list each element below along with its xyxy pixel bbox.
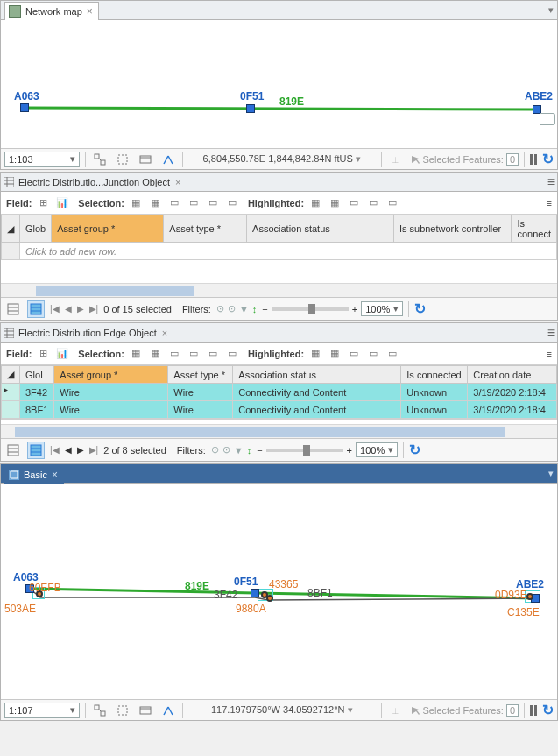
sel-tool-icon[interactable]: ▭	[205, 346, 221, 362]
hl-tool-icon[interactable]: ▦	[307, 195, 323, 211]
sel-tool-icon[interactable]: ▭	[186, 346, 201, 362]
last-button[interactable]: ▶|	[89, 304, 99, 314]
constraint-icon[interactable]: ⟂	[387, 152, 405, 167]
first-button[interactable]: |◀	[50, 304, 60, 314]
tool-icon[interactable]	[114, 152, 131, 167]
cell[interactable]: 3/19/2020 2:18:4	[468, 401, 557, 419]
zoom-value[interactable]: 100%▾	[361, 301, 403, 316]
cell[interactable]: Unknown	[401, 401, 468, 419]
tool-icon[interactable]	[137, 703, 154, 718]
hl-tool-icon[interactable]: ▭	[346, 195, 362, 211]
view-selected-button[interactable]	[27, 442, 45, 459]
col-assettype[interactable]: Asset type *	[164, 215, 247, 243]
cell[interactable]: 3F42	[20, 384, 54, 401]
refresh-button[interactable]: ↻	[414, 300, 426, 317]
menu-icon[interactable]: ≡	[547, 349, 552, 359]
next-button[interactable]: ▶	[77, 304, 84, 314]
col-glob[interactable]: Glob	[20, 215, 52, 243]
hl-tool-icon[interactable]: ▭	[385, 346, 400, 362]
cell[interactable]: 3/19/2020 2:18:4	[468, 384, 557, 401]
tool-icon[interactable]	[159, 152, 177, 167]
field-calc-icon[interactable]: 📊	[54, 346, 70, 362]
zoom-value[interactable]: 100%▾	[356, 442, 398, 457]
hl-tool-icon[interactable]: ▦	[327, 195, 343, 211]
horizontal-scrollbar[interactable]	[1, 283, 557, 297]
sel-tool-icon[interactable]: ▦	[147, 346, 163, 362]
edge-handle-icon[interactable]	[540, 113, 555, 125]
field-add-icon[interactable]: ⊞	[35, 195, 51, 211]
cell[interactable]: Wire	[168, 384, 233, 401]
cell[interactable]: 8BF1	[20, 401, 54, 419]
hl-tool-icon[interactable]: ▭	[365, 195, 381, 211]
view-selected-button[interactable]	[27, 300, 45, 318]
sel-tool-icon[interactable]: ▭	[166, 346, 182, 362]
tool-icon[interactable]	[137, 152, 154, 167]
col-assetgroup[interactable]: Asset group *	[54, 366, 168, 384]
refresh-button[interactable]: ↻	[542, 702, 554, 718]
pause-button[interactable]	[530, 705, 537, 716]
map-canvas[interactable]: A063 0F51 ABE2 819E 3F42 8BF1 60EFB 503A…	[1, 484, 557, 699]
cell[interactable]: Connectivity and Content	[233, 401, 401, 419]
view-all-button[interactable]	[4, 300, 22, 318]
col-assoc[interactable]: Association status	[247, 215, 394, 243]
row-selector-header[interactable]: ◢	[2, 215, 20, 243]
col-subnet[interactable]: Is subnetwork controller	[393, 215, 512, 243]
hl-tool-icon[interactable]: ▦	[327, 346, 343, 362]
tool-icon[interactable]	[91, 152, 109, 167]
scale-input[interactable]: 1:107▾	[4, 703, 80, 718]
col-isconn[interactable]: Is connect	[512, 215, 557, 243]
refresh-button[interactable]: ↻	[409, 442, 420, 458]
sel-tool-icon[interactable]: ▭	[224, 195, 240, 211]
map-canvas[interactable]: A063 0F51 ABE2 819E	[1, 20, 557, 148]
close-icon[interactable]: ×	[52, 470, 58, 480]
panel-menu-icon[interactable]: ▾	[548, 468, 554, 479]
tool-icon[interactable]	[159, 703, 177, 718]
junction-grid[interactable]: ◢ Glob Asset group * Asset type * Associ…	[1, 215, 557, 260]
close-icon[interactable]: ×	[160, 328, 169, 338]
field-calc-icon[interactable]: 📊	[54, 195, 70, 211]
col-isconn[interactable]: Is connected	[401, 366, 468, 384]
prev-button[interactable]: ◀	[65, 445, 72, 455]
horizontal-scrollbar[interactable]	[1, 424, 557, 438]
sel-tool-icon[interactable]: ▦	[128, 195, 144, 211]
zoom-slider[interactable]: −+ 100%▾	[257, 442, 398, 457]
tool-icon[interactable]	[91, 703, 109, 718]
sel-tool-icon[interactable]: ▭	[186, 195, 201, 211]
cell[interactable]: Wire	[168, 401, 233, 419]
tab-basic[interactable]: Basic ×	[4, 465, 64, 484]
next-button[interactable]: ▶	[77, 445, 84, 455]
edge-grid[interactable]: ◢ GloI Asset group * Asset type * Associ…	[1, 365, 557, 419]
menu-icon[interactable]: ≡	[547, 198, 552, 208]
menu-icon[interactable]: ≡	[547, 174, 555, 190]
last-button[interactable]: ▶|	[89, 445, 99, 455]
col-cdate[interactable]: Creation date	[468, 366, 557, 384]
zoom-slider[interactable]: −+ 100%▾	[262, 301, 403, 316]
sel-tool-icon[interactable]: ▭	[224, 346, 240, 362]
hl-tool-icon[interactable]: ▭	[365, 346, 381, 362]
panel-menu-icon[interactable]: ▾	[548, 4, 554, 16]
new-row[interactable]: Click to add new row.	[2, 243, 557, 260]
cell[interactable]: Connectivity and Content	[233, 384, 401, 401]
close-icon[interactable]: ×	[87, 6, 93, 17]
constraint-icon[interactable]: ⟂	[387, 703, 405, 718]
cell[interactable]: Wire	[54, 384, 168, 401]
scale-input[interactable]: 1:103▾	[4, 152, 80, 167]
sel-tool-icon[interactable]: ▭	[205, 195, 221, 211]
sel-tool-icon[interactable]: ▦	[128, 346, 144, 362]
pause-button[interactable]	[530, 154, 537, 165]
junction-node[interactable]	[20, 103, 29, 112]
hl-tool-icon[interactable]: ▭	[385, 195, 400, 211]
tool-icon[interactable]	[114, 703, 131, 718]
field-add-icon[interactable]: ⊞	[35, 346, 51, 362]
sel-tool-icon[interactable]: ▭	[166, 195, 182, 211]
col-assoc[interactable]: Association status	[233, 366, 401, 384]
filter-buttons[interactable]: ⊙⊙▼↕	[216, 303, 257, 314]
close-icon[interactable]: ×	[173, 177, 182, 187]
selected-features[interactable]: Selected Features: 0	[410, 704, 519, 717]
view-all-button[interactable]	[4, 442, 22, 459]
junction-node[interactable]	[251, 589, 259, 597]
col-glob[interactable]: GloI	[20, 366, 54, 384]
cell[interactable]: Unknown	[401, 384, 468, 401]
row-selector-header[interactable]: ◢	[2, 366, 20, 384]
col-assetgroup[interactable]: Asset group *	[52, 215, 164, 243]
